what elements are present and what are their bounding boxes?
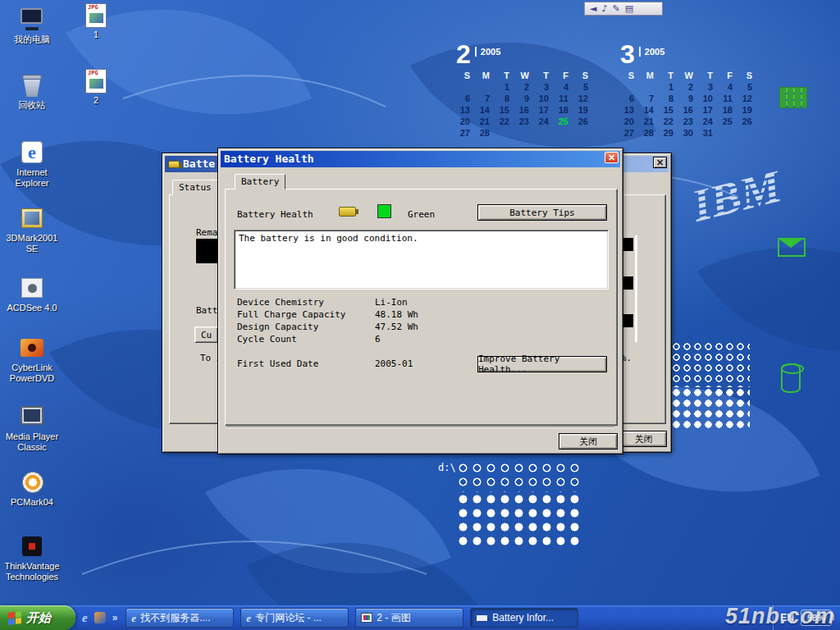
jpg-file-icon — [85, 3, 107, 28]
calendar-day: 2 — [515, 81, 535, 93]
calendar-day: 4 — [555, 81, 574, 93]
quick-launch-chevron-icon[interactable]: » — [112, 605, 118, 630]
desktop-icon-pcmark04[interactable]: PCMark04 — [2, 469, 62, 508]
improve-battery-health-button[interactable]: Improve Battery Health... — [477, 356, 607, 372]
calendar-day: 23 — [515, 116, 535, 127]
calendar-day: 22 — [660, 116, 679, 127]
calendar-year: 2005 — [639, 47, 664, 57]
taskbar-task-paint[interactable]: 2 - 画图 — [355, 608, 463, 628]
close-dialog-button[interactable]: 关闭 — [559, 433, 618, 450]
task-label: 找不到服务器.... — [140, 611, 210, 625]
calendar-day: 16 — [679, 104, 699, 116]
desktop-icon-label: PCMark04 — [2, 497, 62, 508]
quick-launch: » — [75, 605, 126, 630]
calendar-day: 3 — [535, 81, 555, 93]
calendar-day: 18 — [719, 104, 738, 116]
keyboard-icon[interactable]: ▤ — [625, 2, 633, 15]
paint-icon — [361, 613, 372, 623]
quick-launch-ie-icon[interactable] — [82, 610, 88, 625]
volume-icon[interactable]: ♪ — [601, 2, 607, 15]
calendar-grid: SMTWTFS123456789101112131415161718192021… — [620, 70, 761, 139]
calendar-day: 27 — [620, 127, 640, 139]
calendar-day: 15 — [495, 104, 515, 116]
calendar-day: 13 — [456, 104, 476, 116]
calendar-day: 9 — [515, 93, 535, 104]
charge-gauge — [196, 239, 218, 263]
desktop-icon-recycle-bin[interactable]: 回收站 — [2, 72, 62, 111]
calendar-day: 10 — [699, 93, 719, 104]
tab-battery[interactable]: Battery — [235, 174, 285, 189]
calendar-day: 25 — [555, 116, 574, 127]
field-value: 47.52 Wh — [375, 322, 418, 332]
close-dialog-button[interactable]: 关闭 — [620, 431, 667, 447]
calendar-day-header: T — [699, 70, 719, 81]
desktop-icon-label: Internet Explorer — [2, 167, 62, 188]
language-indicator[interactable]: EN — [780, 612, 794, 623]
condition-textbox[interactable]: The battery is in good condition. — [234, 230, 609, 290]
calendar-day-header: W — [515, 70, 535, 81]
tray-battery-indicator[interactable]: 58% — [801, 609, 832, 626]
field-value: 2005-01 — [375, 358, 413, 369]
taskbar-task-server-not-found[interactable]: 找不到服务器.... — [126, 608, 234, 628]
field-label: Device Chemistry — [237, 297, 324, 308]
calendar-day-header: F — [719, 70, 738, 81]
calendar-day: 12 — [738, 93, 758, 104]
health-status-text: Green — [408, 209, 435, 220]
ie-icon — [131, 610, 136, 625]
desktop-file-1[interactable]: 1 — [82, 3, 110, 39]
calendar-day-header: W — [679, 70, 699, 81]
desktop-icon-acdsee[interactable]: ACDSee 4.0 — [2, 275, 62, 313]
start-label: 开始 — [26, 610, 51, 626]
battery-health-label: Battery Health — [237, 209, 313, 220]
calendar-month-header: 32005 — [620, 41, 761, 67]
desktop-icon-powerdvd[interactable]: CyberLink PowerDVD — [2, 335, 62, 383]
calendar-day: 24 — [699, 116, 719, 127]
calendar-day: 28 — [476, 127, 495, 139]
calendar-year: 2005 — [475, 47, 500, 57]
tab-status[interactable]: Status — [172, 180, 218, 195]
calendar-day-header: S — [620, 70, 640, 81]
battery-tips-button[interactable]: Battery Tips — [477, 204, 607, 221]
start-button[interactable]: 开始 — [0, 605, 75, 630]
calendar-day: 20 — [456, 116, 476, 127]
3dmark2001-icon — [17, 205, 47, 231]
calendar-day: 18 — [555, 104, 574, 116]
taskbar-task-battery-information[interactable]: Battery Infor... — [470, 608, 578, 628]
speaker-icon[interactable]: ◄ — [590, 2, 596, 15]
calendar-day — [719, 127, 738, 139]
calendar-day — [574, 127, 594, 139]
close-button[interactable]: ✕ — [605, 152, 619, 163]
calendar-day: 5 — [738, 81, 758, 93]
desktop-icon-label: ThinkVantage Technologies — [2, 561, 62, 582]
calendar-day — [535, 127, 555, 139]
title-bar[interactable]: Battery Health — [221, 151, 620, 167]
calendar-day-header: M — [476, 70, 495, 81]
field-label: Full Charge Capacity — [237, 309, 345, 320]
calendar-day: 19 — [574, 104, 594, 116]
field-value: 6 — [375, 334, 381, 345]
desktop-icon-media-player-classic[interactable]: Media Player Classic — [2, 404, 62, 452]
cu-button[interactable]: Cu — [194, 326, 218, 343]
quick-launch-media-icon[interactable] — [94, 612, 106, 623]
calendar-day: 14 — [640, 104, 660, 116]
desktop-icon-label: Media Player Classic — [2, 431, 62, 452]
battery-tab-page: Battery Health Green Battery Tips The ba… — [225, 189, 618, 426]
desktop-icon-my-computer[interactable]: 我的电脑 — [2, 7, 62, 45]
desktop-icon-label: ACDSee 4.0 — [2, 303, 62, 313]
close-button[interactable]: ✕ — [653, 157, 667, 168]
calendar-day-header: S — [456, 70, 476, 81]
desktop-icon-thinkvantage[interactable]: ThinkVantage Technologies — [2, 533, 62, 582]
desktop-icon-internet-explorer[interactable]: Internet Explorer — [2, 139, 62, 188]
condition-text: The battery is in good condition. — [235, 231, 608, 246]
desktop-file-2[interactable]: 2 — [82, 69, 110, 105]
calendar-day: 27 — [456, 127, 476, 139]
window-title: Batte — [183, 156, 215, 172]
pen-icon[interactable]: ✎ — [613, 2, 620, 15]
taskbar-task-forum[interactable]: 专门网论坛 - ... — [240, 608, 349, 628]
spreadsheet-icon — [779, 87, 807, 108]
taskbar: 开始 » 找不到服务器.... 专门网论坛 - ... 2 - 画图 Batte… — [0, 605, 840, 630]
desktop-icon-3dmark2001[interactable]: 3DMark2001 SE — [2, 205, 62, 253]
calendar-grid: SMTWTFS123456789101112131415161718192021… — [456, 70, 597, 139]
calendar-day: 1 — [660, 81, 679, 93]
calendar-day: 8 — [660, 93, 679, 104]
